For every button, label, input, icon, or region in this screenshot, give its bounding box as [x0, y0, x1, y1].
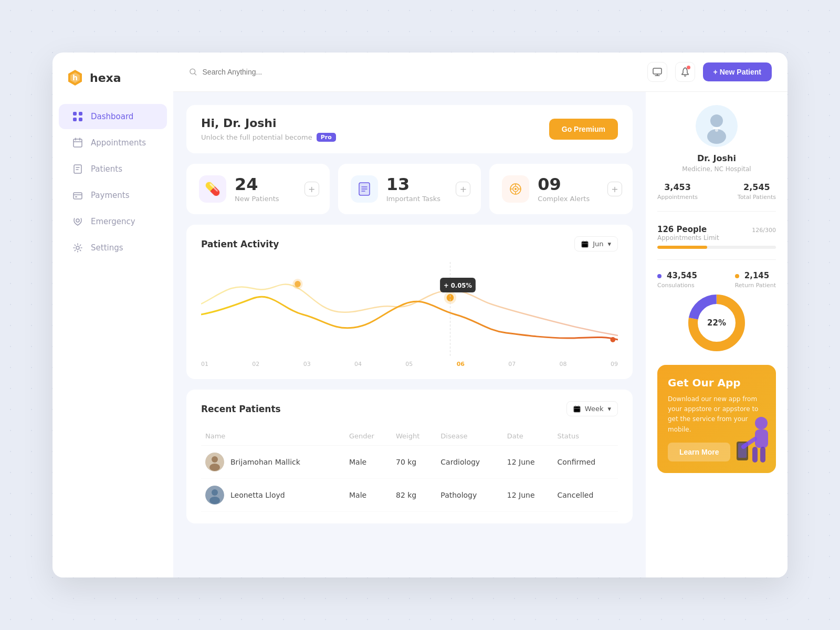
stat-label-new-patients: New Patients — [235, 195, 279, 203]
patients-label: Total Patients — [738, 194, 776, 201]
sidebar-item-patients[interactable]: Patients — [59, 156, 167, 182]
svg-rect-7 — [74, 139, 82, 147]
stat-card-important-tasks: 13 Important Tasks + — [338, 164, 481, 214]
chart-header: Patient Activity Jun ▾ — [201, 236, 618, 251]
patients-icon — [72, 163, 83, 175]
notification-button[interactable] — [675, 62, 695, 82]
svg-point-12 — [76, 246, 79, 249]
sidebar-item-dashboard[interactable]: Dashboard — [59, 104, 167, 129]
stat-icon-new-patients: 💊 — [199, 175, 226, 203]
stat-label-important-tasks: Important Tasks — [386, 195, 440, 203]
calendar-icon-2 — [573, 405, 581, 413]
svg-rect-46 — [752, 447, 758, 463]
patient-date: 12 June — [503, 479, 553, 512]
settings-icon — [72, 242, 83, 254]
stat-value-important-tasks: 13 — [386, 176, 440, 193]
search-input[interactable] — [203, 68, 639, 76]
svg-text:h: h — [72, 74, 78, 82]
learn-more-button[interactable]: Learn More — [668, 443, 730, 461]
stat-add-new-patients[interactable]: + — [304, 182, 319, 196]
doctor-specialty: Medicine, NC Hospital — [657, 165, 776, 173]
go-premium-button[interactable]: Go Premium — [549, 119, 618, 140]
stat-add-important-tasks[interactable]: + — [456, 182, 470, 196]
patient-gender: Male — [345, 479, 392, 512]
svg-point-32 — [209, 464, 220, 471]
app-name: hexa — [90, 71, 121, 85]
limit-count: 126/300 — [752, 227, 776, 234]
svg-rect-3 — [73, 112, 77, 116]
col-gender: Gender — [345, 427, 392, 446]
chart-labels: 01 02 03 04 05 06 07 08 09 — [201, 356, 618, 368]
emergency-icon — [72, 216, 83, 227]
welcome-text: Hi, Dr. Joshi Unlock the full potential … — [201, 117, 336, 142]
svg-point-22 — [292, 279, 302, 289]
main-content: + New Patient Hi, Dr. Joshi Unlock the f… — [173, 52, 788, 578]
return-value: 2,145 — [744, 271, 769, 280]
dashboard-body: Hi, Dr. Joshi Unlock the full potential … — [173, 92, 788, 578]
svg-point-35 — [209, 497, 220, 504]
chevron-down-icon-2: ▾ — [607, 405, 611, 413]
divider-2 — [657, 259, 776, 260]
sidebar-item-appointments[interactable]: Appointments — [59, 130, 167, 155]
doc-stat-patients: 2,545 Total Patients — [738, 182, 776, 201]
svg-rect-14 — [653, 68, 662, 74]
patient-table: Name Gender Weight Disease Date Status — [201, 427, 618, 512]
stats-row: 💊 24 New Patients + — [186, 164, 633, 214]
consult-item-main: 43,545 Consulations — [657, 270, 697, 289]
sidebar-item-settings[interactable]: Settings — [59, 235, 167, 260]
doctor-stats: 3,453 Appointments 2,545 Total Patients — [657, 182, 776, 201]
col-status: Status — [553, 427, 618, 446]
monitor-button[interactable] — [647, 62, 667, 82]
stat-icon-complex-alerts — [502, 175, 529, 203]
donut-percentage: 22% — [707, 318, 726, 328]
svg-point-37 — [710, 114, 723, 127]
sidebar-item-emergency[interactable]: Emergency — [59, 209, 167, 234]
stat-add-complex-alerts[interactable]: + — [607, 182, 622, 196]
consultations-section: 43,545 Consulations 2,145 Return Patient — [657, 270, 776, 354]
svg-point-25 — [610, 337, 615, 342]
sidebar: h hexa Dashboard — [52, 52, 173, 578]
header-icons: + New Patient — [647, 62, 772, 82]
sidebar-item-label: Emergency — [91, 217, 135, 226]
progress-bar — [657, 246, 776, 249]
svg-rect-29 — [574, 406, 580, 412]
stat-icon-important-tasks — [351, 175, 378, 203]
table-row[interactable]: Leonetta Lloyd Male 82 kg Pathology 12 J… — [201, 479, 618, 512]
svg-rect-6 — [79, 118, 82, 121]
patient-disease: Pathology — [436, 479, 502, 512]
sidebar-item-payments[interactable]: Payments — [59, 183, 167, 208]
dashboard-main: Hi, Dr. Joshi Unlock the full potential … — [173, 92, 646, 578]
month-selector[interactable]: Jun ▾ — [574, 236, 618, 251]
consult-item-return: 2,145 Return Patient — [735, 270, 776, 289]
consult-dot — [657, 274, 662, 278]
appointments-limit: 126 People Appointments Limit 126/300 — [657, 225, 776, 249]
table-row[interactable]: Brijamohan Mallick Male 70 kg Cardiology… — [201, 446, 618, 479]
month-label: Jun — [593, 240, 603, 248]
limit-people: 126 People — [657, 225, 719, 234]
week-selector[interactable]: Week ▾ — [566, 401, 618, 416]
welcome-greeting: Hi, Dr. Joshi — [201, 117, 336, 130]
new-patient-button[interactable]: + New Patient — [703, 62, 772, 81]
svg-rect-47 — [760, 447, 765, 463]
patient-status: Confirmed — [553, 446, 618, 479]
sidebar-item-label: Payments — [91, 191, 129, 200]
consult-value: 43,545 — [667, 271, 697, 280]
chart-card: Patient Activity Jun ▾ — [186, 225, 633, 379]
promo-title: Get Our App — [668, 376, 765, 389]
chevron-down-icon: ▾ — [607, 240, 611, 248]
patient-status: Cancelled — [553, 479, 618, 512]
activity-chart: + 0.05% — [201, 262, 618, 356]
doctor-avatar — [696, 105, 738, 147]
stat-card-new-patients: 💊 24 New Patients + — [186, 164, 330, 214]
search-icon — [189, 68, 197, 76]
monitor-icon — [653, 67, 662, 77]
divider — [657, 211, 776, 212]
svg-rect-20 — [582, 242, 588, 247]
doc-stat-appointments: 3,453 Appointments — [657, 182, 698, 201]
patient-name-cell: Leonetta Lloyd — [201, 479, 345, 512]
chart-area: + 0.05% — [201, 262, 618, 356]
patient-name-cell: Brijamohan Mallick — [201, 446, 345, 479]
nav-menu: Dashboard Appointments — [52, 103, 173, 261]
svg-point-19 — [514, 188, 517, 190]
sidebar-item-label: Settings — [91, 243, 123, 253]
